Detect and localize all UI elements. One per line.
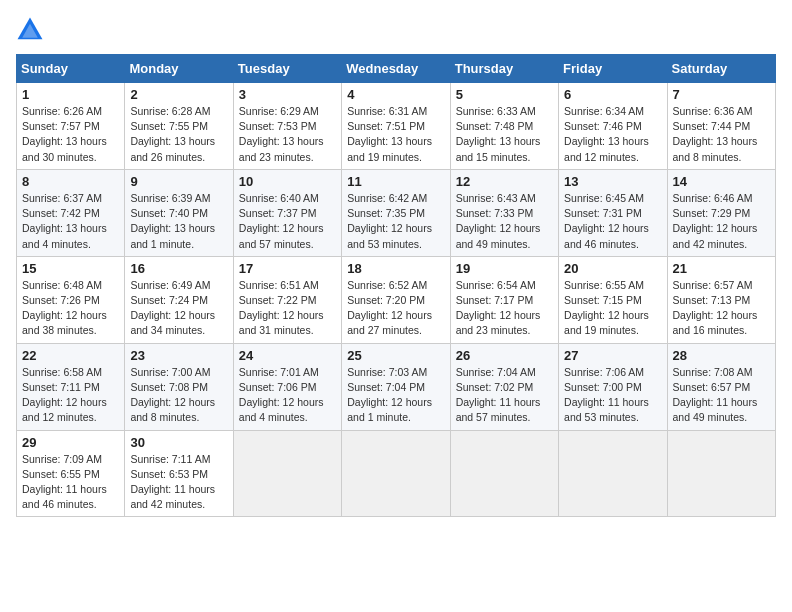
day-info: Sunrise: 6:43 AM Sunset: 7:33 PM Dayligh… <box>456 191 553 252</box>
day-cell <box>342 430 450 517</box>
weekday-header-friday: Friday <box>559 55 667 83</box>
day-cell: 11Sunrise: 6:42 AM Sunset: 7:35 PM Dayli… <box>342 169 450 256</box>
day-number: 7 <box>673 87 770 102</box>
day-number: 27 <box>564 348 661 363</box>
day-cell: 1Sunrise: 6:26 AM Sunset: 7:57 PM Daylig… <box>17 83 125 170</box>
day-info: Sunrise: 6:36 AM Sunset: 7:44 PM Dayligh… <box>673 104 770 165</box>
day-info: Sunrise: 6:39 AM Sunset: 7:40 PM Dayligh… <box>130 191 227 252</box>
day-number: 17 <box>239 261 336 276</box>
day-cell: 5Sunrise: 6:33 AM Sunset: 7:48 PM Daylig… <box>450 83 558 170</box>
day-cell: 2Sunrise: 6:28 AM Sunset: 7:55 PM Daylig… <box>125 83 233 170</box>
day-cell: 3Sunrise: 6:29 AM Sunset: 7:53 PM Daylig… <box>233 83 341 170</box>
day-number: 29 <box>22 435 119 450</box>
day-info: Sunrise: 6:42 AM Sunset: 7:35 PM Dayligh… <box>347 191 444 252</box>
day-cell: 30Sunrise: 7:11 AM Sunset: 6:53 PM Dayli… <box>125 430 233 517</box>
day-info: Sunrise: 7:04 AM Sunset: 7:02 PM Dayligh… <box>456 365 553 426</box>
logo-icon <box>16 16 44 44</box>
week-row-4: 22Sunrise: 6:58 AM Sunset: 7:11 PM Dayli… <box>17 343 776 430</box>
day-info: Sunrise: 6:37 AM Sunset: 7:42 PM Dayligh… <box>22 191 119 252</box>
day-cell <box>667 430 775 517</box>
day-info: Sunrise: 6:34 AM Sunset: 7:46 PM Dayligh… <box>564 104 661 165</box>
day-info: Sunrise: 6:48 AM Sunset: 7:26 PM Dayligh… <box>22 278 119 339</box>
day-info: Sunrise: 7:09 AM Sunset: 6:55 PM Dayligh… <box>22 452 119 513</box>
day-number: 12 <box>456 174 553 189</box>
weekday-header-saturday: Saturday <box>667 55 775 83</box>
day-cell: 27Sunrise: 7:06 AM Sunset: 7:00 PM Dayli… <box>559 343 667 430</box>
day-cell: 15Sunrise: 6:48 AM Sunset: 7:26 PM Dayli… <box>17 256 125 343</box>
day-info: Sunrise: 6:58 AM Sunset: 7:11 PM Dayligh… <box>22 365 119 426</box>
day-number: 3 <box>239 87 336 102</box>
day-info: Sunrise: 6:40 AM Sunset: 7:37 PM Dayligh… <box>239 191 336 252</box>
day-number: 20 <box>564 261 661 276</box>
day-cell: 19Sunrise: 6:54 AM Sunset: 7:17 PM Dayli… <box>450 256 558 343</box>
day-number: 4 <box>347 87 444 102</box>
week-row-5: 29Sunrise: 7:09 AM Sunset: 6:55 PM Dayli… <box>17 430 776 517</box>
day-info: Sunrise: 6:31 AM Sunset: 7:51 PM Dayligh… <box>347 104 444 165</box>
day-number: 11 <box>347 174 444 189</box>
day-info: Sunrise: 6:28 AM Sunset: 7:55 PM Dayligh… <box>130 104 227 165</box>
week-row-1: 1Sunrise: 6:26 AM Sunset: 7:57 PM Daylig… <box>17 83 776 170</box>
day-cell: 8Sunrise: 6:37 AM Sunset: 7:42 PM Daylig… <box>17 169 125 256</box>
day-info: Sunrise: 6:52 AM Sunset: 7:20 PM Dayligh… <box>347 278 444 339</box>
day-number: 26 <box>456 348 553 363</box>
day-cell: 25Sunrise: 7:03 AM Sunset: 7:04 PM Dayli… <box>342 343 450 430</box>
day-cell: 17Sunrise: 6:51 AM Sunset: 7:22 PM Dayli… <box>233 256 341 343</box>
day-cell: 22Sunrise: 6:58 AM Sunset: 7:11 PM Dayli… <box>17 343 125 430</box>
day-cell: 7Sunrise: 6:36 AM Sunset: 7:44 PM Daylig… <box>667 83 775 170</box>
day-cell: 14Sunrise: 6:46 AM Sunset: 7:29 PM Dayli… <box>667 169 775 256</box>
day-number: 28 <box>673 348 770 363</box>
day-info: Sunrise: 6:54 AM Sunset: 7:17 PM Dayligh… <box>456 278 553 339</box>
day-cell: 4Sunrise: 6:31 AM Sunset: 7:51 PM Daylig… <box>342 83 450 170</box>
weekday-header-sunday: Sunday <box>17 55 125 83</box>
calendar-body: 1Sunrise: 6:26 AM Sunset: 7:57 PM Daylig… <box>17 83 776 517</box>
day-cell: 13Sunrise: 6:45 AM Sunset: 7:31 PM Dayli… <box>559 169 667 256</box>
calendar: SundayMondayTuesdayWednesdayThursdayFrid… <box>16 54 776 517</box>
day-cell: 10Sunrise: 6:40 AM Sunset: 7:37 PM Dayli… <box>233 169 341 256</box>
day-info: Sunrise: 6:29 AM Sunset: 7:53 PM Dayligh… <box>239 104 336 165</box>
weekday-header-monday: Monday <box>125 55 233 83</box>
day-number: 24 <box>239 348 336 363</box>
day-number: 16 <box>130 261 227 276</box>
day-number: 6 <box>564 87 661 102</box>
day-cell: 26Sunrise: 7:04 AM Sunset: 7:02 PM Dayli… <box>450 343 558 430</box>
day-info: Sunrise: 7:00 AM Sunset: 7:08 PM Dayligh… <box>130 365 227 426</box>
day-info: Sunrise: 7:01 AM Sunset: 7:06 PM Dayligh… <box>239 365 336 426</box>
day-cell: 23Sunrise: 7:00 AM Sunset: 7:08 PM Dayli… <box>125 343 233 430</box>
day-info: Sunrise: 7:06 AM Sunset: 7:00 PM Dayligh… <box>564 365 661 426</box>
day-cell: 12Sunrise: 6:43 AM Sunset: 7:33 PM Dayli… <box>450 169 558 256</box>
weekday-header-row: SundayMondayTuesdayWednesdayThursdayFrid… <box>17 55 776 83</box>
weekday-header-tuesday: Tuesday <box>233 55 341 83</box>
day-cell <box>233 430 341 517</box>
weekday-header-wednesday: Wednesday <box>342 55 450 83</box>
day-info: Sunrise: 6:49 AM Sunset: 7:24 PM Dayligh… <box>130 278 227 339</box>
day-info: Sunrise: 6:55 AM Sunset: 7:15 PM Dayligh… <box>564 278 661 339</box>
week-row-3: 15Sunrise: 6:48 AM Sunset: 7:26 PM Dayli… <box>17 256 776 343</box>
day-number: 2 <box>130 87 227 102</box>
day-info: Sunrise: 6:57 AM Sunset: 7:13 PM Dayligh… <box>673 278 770 339</box>
day-cell: 21Sunrise: 6:57 AM Sunset: 7:13 PM Dayli… <box>667 256 775 343</box>
day-info: Sunrise: 7:11 AM Sunset: 6:53 PM Dayligh… <box>130 452 227 513</box>
day-cell: 16Sunrise: 6:49 AM Sunset: 7:24 PM Dayli… <box>125 256 233 343</box>
day-number: 23 <box>130 348 227 363</box>
day-number: 15 <box>22 261 119 276</box>
day-number: 18 <box>347 261 444 276</box>
day-number: 25 <box>347 348 444 363</box>
day-cell: 18Sunrise: 6:52 AM Sunset: 7:20 PM Dayli… <box>342 256 450 343</box>
day-info: Sunrise: 6:46 AM Sunset: 7:29 PM Dayligh… <box>673 191 770 252</box>
day-cell <box>559 430 667 517</box>
week-row-2: 8Sunrise: 6:37 AM Sunset: 7:42 PM Daylig… <box>17 169 776 256</box>
day-number: 14 <box>673 174 770 189</box>
day-number: 21 <box>673 261 770 276</box>
day-cell: 6Sunrise: 6:34 AM Sunset: 7:46 PM Daylig… <box>559 83 667 170</box>
day-info: Sunrise: 7:03 AM Sunset: 7:04 PM Dayligh… <box>347 365 444 426</box>
page-header <box>16 16 776 44</box>
day-number: 9 <box>130 174 227 189</box>
day-cell: 29Sunrise: 7:09 AM Sunset: 6:55 PM Dayli… <box>17 430 125 517</box>
logo <box>16 16 46 44</box>
day-number: 19 <box>456 261 553 276</box>
day-cell: 28Sunrise: 7:08 AM Sunset: 6:57 PM Dayli… <box>667 343 775 430</box>
day-number: 30 <box>130 435 227 450</box>
day-cell: 20Sunrise: 6:55 AM Sunset: 7:15 PM Dayli… <box>559 256 667 343</box>
day-number: 10 <box>239 174 336 189</box>
day-info: Sunrise: 7:08 AM Sunset: 6:57 PM Dayligh… <box>673 365 770 426</box>
